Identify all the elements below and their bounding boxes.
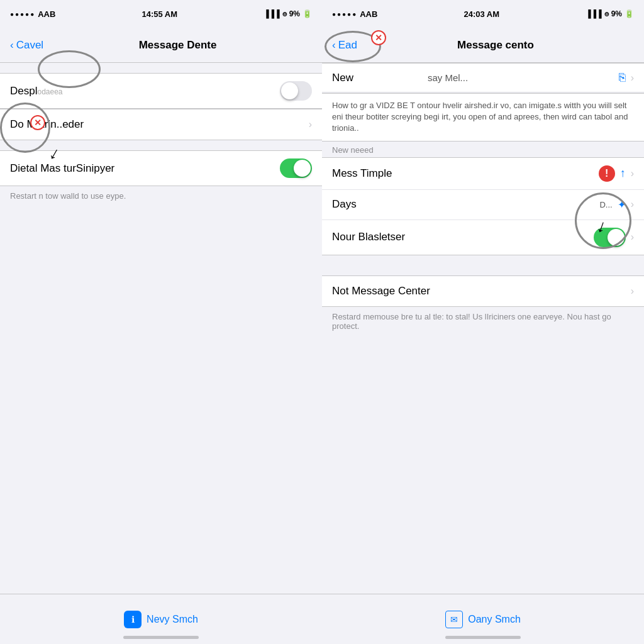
left-battery-icon: 🔋 [303, 9, 312, 18]
right-new-row[interactable]: New say Mel... ⎘ › [322, 64, 644, 92]
left-page-title: Message Dente [43, 39, 312, 52]
right-battery: 9% [611, 9, 622, 18]
left-bottom-icon: ℹ [124, 611, 142, 628]
right-bottom-icon: ✉ [445, 611, 463, 628]
right-alert-icon: ! [599, 165, 615, 182]
left-dietal-label: Dietal Mas turSinipyer [10, 162, 114, 175]
left-despl-knob [281, 82, 298, 99]
left-row-dom[interactable]: Do M arin..eder › [0, 109, 322, 140]
right-wifi-icon: ⌾ [604, 9, 609, 18]
left-row2-container: ✕ Do M arin..eder › ↓ [0, 109, 322, 140]
left-chevron-icon: ‹ [10, 39, 14, 52]
right-phone-panel: ●●●●● AAB 24:03 AM ▐▐▐ ⌾ 9% 🔋 ‹ Ead Mess… [322, 0, 644, 644]
left-bottom-label[interactable]: Nevy Smch [147, 614, 198, 625]
right-not-message-group: Not Message Center › [322, 275, 644, 307]
left-settings-group-1: Desplodaeea [0, 73, 322, 109]
right-status-left: ●●●●● AAB [332, 9, 377, 19]
right-new-label: New [332, 72, 428, 84]
left-time: 14:55 AM [142, 9, 177, 19]
left-wifi-icon: ⌾ [282, 9, 287, 18]
right-nav-bar: ‹ Ead Message cento [322, 28, 644, 63]
right-home-indicator [445, 636, 521, 639]
right-nour-chevron: › [631, 231, 634, 243]
right-days-right: D... ✦ › [599, 199, 634, 211]
right-mess-timple-right: ! ↑ › [599, 165, 634, 182]
right-description-text: How to gr a VIDZ BE T ontour hvelir airs… [332, 101, 628, 133]
left-note: Restart n tow walld to use eype. [0, 186, 322, 208]
left-phone-panel: ●●●●● AAB 14:55 AM ▐▐▐ ⌾ 9% 🔋 ‹ Cavel Me… [0, 0, 322, 644]
right-row-days[interactable]: Days D... ✦ › [322, 190, 644, 220]
right-not-message-right: › [631, 286, 634, 297]
left-home-indicator [123, 636, 199, 639]
left-dots: ●●●●● [10, 11, 35, 18]
right-settings-container: Mess Timple ! ↑ › Days D... ✦ › Nour Bla… [322, 157, 644, 255]
right-section-header: New neeed [322, 142, 644, 157]
left-row-despl[interactable]: Desplodaeea [0, 74, 322, 108]
right-row-nour[interactable]: Nour Blasletser › [322, 220, 644, 255]
left-signal-icon: ▐▐▐ [264, 9, 280, 18]
right-nour-label: Nour Blasletser [332, 231, 405, 243]
right-nour-knob [608, 229, 625, 246]
left-status-left: ●●●●● AAB [10, 9, 55, 19]
left-battery: 9% [289, 9, 300, 18]
right-mess-timple-chevron: › [631, 168, 634, 179]
right-new-sublabel: say Mel... [428, 72, 619, 83]
right-chevron-icon: ‹ [332, 39, 336, 52]
left-settings-group-2: Do M arin..eder › [0, 109, 322, 140]
right-spacer [322, 255, 644, 265]
left-dom-right: › [309, 119, 312, 130]
left-dom-chevron: › [309, 119, 312, 130]
right-upload-icon: ↑ [620, 167, 626, 180]
left-dom-label: Do M arin..eder [10, 118, 84, 131]
left-status-bar: ●●●●● AAB 14:55 AM ▐▐▐ ⌾ 9% 🔋 [0, 0, 322, 28]
right-days-star-icon: ✦ [618, 199, 626, 211]
left-carrier: AAB [38, 9, 55, 19]
right-compose-icon: ⎘ [619, 71, 626, 84]
left-red-x: ✕ [30, 115, 45, 130]
left-despl-right [280, 81, 312, 101]
right-carrier: AAB [360, 9, 377, 19]
right-new-icons: ⎘ › [619, 71, 634, 84]
right-bottom-label[interactable]: Oany Smch [468, 614, 521, 625]
right-new-section: New say Mel... ⎘ › [322, 63, 644, 93]
right-mess-timple-label: Mess Timple [332, 167, 392, 180]
right-back-button[interactable]: ‹ Ead [332, 39, 357, 52]
right-back-label: Ead [338, 39, 357, 52]
right-battery-icon: 🔋 [625, 9, 634, 18]
right-not-message-desc: Restard memouse bre tu al tle: to stal! … [322, 307, 644, 338]
left-despl-label: Desplodaeea [10, 85, 63, 97]
right-nav-container: ‹ Ead Message cento ✕ [322, 28, 644, 63]
left-dietal-right [280, 158, 312, 178]
right-description: How to gr a VIDZ BE T ontour hvelir airs… [322, 93, 644, 142]
right-not-message-chevron: › [631, 286, 634, 297]
left-dietal-toggle[interactable] [280, 158, 312, 178]
right-page-title: Message cento [357, 39, 634, 52]
right-red-x-nav: ✕ [371, 30, 386, 45]
right-not-message-label: Not Message Center [332, 285, 430, 297]
left-status-right: ▐▐▐ ⌾ 9% 🔋 [264, 9, 312, 18]
right-days-chevron: › [631, 199, 634, 210]
right-signal-icon: ▐▐▐ [586, 9, 602, 18]
right-not-message-row[interactable]: Not Message Center › [322, 276, 644, 306]
right-days-value: D... [599, 200, 612, 209]
left-back-label: Cavel [16, 39, 43, 52]
right-row-mess-timple[interactable]: Mess Timple ! ↑ › [322, 158, 644, 190]
right-status-right: ▐▐▐ ⌾ 9% 🔋 [586, 9, 634, 18]
right-status-bar: ●●●●● AAB 24:03 AM ▐▐▐ ⌾ 9% 🔋 [322, 0, 644, 28]
left-dietal-knob [294, 160, 311, 177]
left-nav-bar: ‹ Cavel Message Dente [0, 28, 322, 63]
left-back-button[interactable]: ‹ Cavel [10, 39, 43, 52]
right-time: 24:03 AM [464, 9, 499, 19]
right-dots: ●●●●● [332, 11, 357, 18]
right-settings-group: Mess Timple ! ↑ › Days D... ✦ › Nour Bla… [322, 157, 644, 255]
right-new-chevron: › [631, 72, 634, 84]
right-days-label: Days [332, 198, 357, 211]
left-despl-toggle[interactable] [280, 81, 312, 101]
